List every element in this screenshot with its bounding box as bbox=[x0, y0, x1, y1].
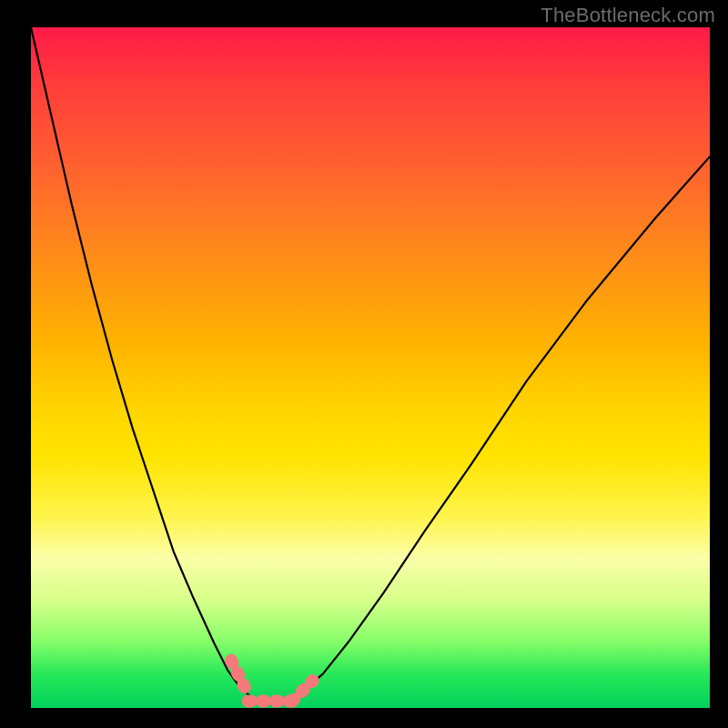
curve-overlay bbox=[31, 27, 710, 708]
highlight-segment-2 bbox=[292, 681, 312, 701]
chart-frame: TheBottleneck.com bbox=[0, 0, 728, 728]
bottleneck-curve bbox=[31, 27, 710, 702]
highlight-segment-0 bbox=[231, 661, 248, 694]
plot-area bbox=[31, 27, 710, 708]
attribution-label: TheBottleneck.com bbox=[541, 4, 715, 27]
